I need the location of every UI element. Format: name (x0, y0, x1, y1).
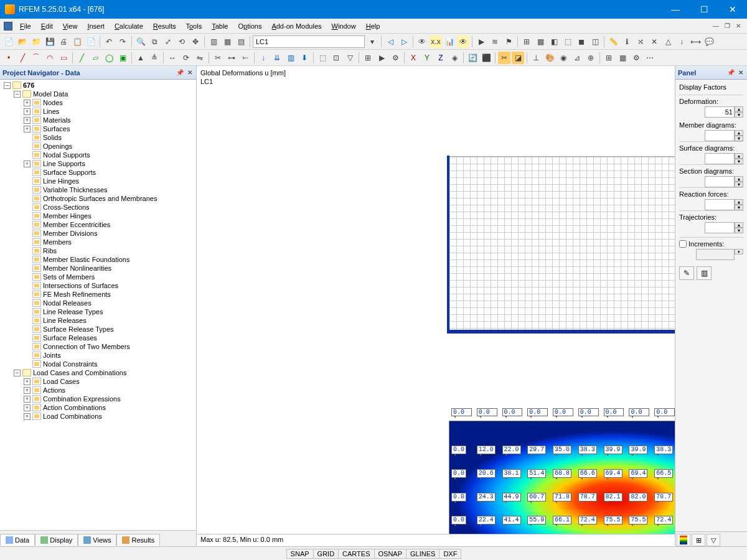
opening-icon[interactable]: ◯ (103, 52, 115, 64)
tab-views[interactable]: Views (78, 534, 116, 546)
line-support-icon[interactable]: ≜ (148, 52, 161, 64)
select-icon[interactable]: ⬚ (316, 52, 329, 64)
tree-item[interactable]: Openings (24, 142, 196, 151)
workplane-icon[interactable]: ⬛ (480, 52, 492, 64)
node-icon[interactable]: • (2, 52, 15, 64)
line-load-icon[interactable]: ⇊ (271, 52, 283, 64)
flag-icon[interactable]: ⚑ (502, 35, 515, 48)
tree-item[interactable]: Member Hinges (24, 212, 196, 220)
tree-item[interactable]: Variable Thicknesses (24, 185, 196, 194)
zoom-all-icon[interactable]: ⤢ (162, 35, 174, 48)
line-icon[interactable]: ╱ (16, 52, 29, 64)
cs-icon[interactable]: ⊞ (603, 52, 615, 64)
surface-icon[interactable]: ▱ (89, 52, 101, 64)
nodal-support-icon[interactable]: ▲ (134, 52, 147, 64)
support-icon[interactable]: △ (662, 35, 674, 48)
menu-tools[interactable]: Tools (181, 21, 207, 32)
solid-icon[interactable]: ◼ (575, 35, 588, 48)
measure-icon[interactable]: 📏 (607, 35, 619, 48)
tree-item[interactable]: Line Hinges (24, 177, 196, 185)
tree-item[interactable]: Member Elastic Foundations (24, 255, 196, 264)
result-eye-icon[interactable]: 👁 (457, 35, 469, 48)
save-icon[interactable]: 💾 (44, 35, 56, 48)
viewport-canvas[interactable]: Global Deformations u [mm] LC1 0.00.00.0… (197, 66, 675, 534)
menu-window[interactable]: Window (327, 21, 361, 32)
snap-icon[interactable]: ⊕ (585, 52, 597, 64)
connect-icon[interactable]: ⊶ (225, 52, 238, 64)
view-rotate-icon[interactable]: 🔄 (466, 52, 479, 64)
polyline-icon[interactable]: ⌒ (30, 52, 42, 64)
view-iso-icon[interactable]: ◈ (448, 52, 461, 64)
menu-options[interactable]: Options (233, 21, 266, 32)
pan-icon[interactable]: ✥ (189, 35, 202, 48)
panel-tab-colorscale[interactable] (677, 534, 690, 546)
tree-item[interactable]: Nodal Releases (24, 299, 196, 307)
tree-item[interactable]: Member Divisions (24, 229, 196, 238)
spin-down-icon[interactable]: ▼ (735, 112, 743, 118)
tree-item[interactable]: Surface Release Types (24, 325, 196, 334)
panel-tab-factors[interactable]: ⊞ (692, 534, 705, 546)
apply-icon[interactable]: ▥ (697, 266, 712, 280)
calc-mesh-icon[interactable]: ⊞ (362, 52, 374, 64)
tab-display[interactable]: Display (35, 534, 78, 546)
statusbar-grid[interactable]: GRID (313, 549, 339, 559)
tree-model-data[interactable]: –Model Data (14, 90, 196, 98)
view-z-icon[interactable]: Z (435, 52, 447, 64)
incr-dropdown-icon[interactable]: ▾ (735, 249, 743, 254)
open-file-icon[interactable]: 📂 (16, 35, 29, 48)
menu-file[interactable]: File (15, 21, 36, 32)
units-icon[interactable]: ⊥ (530, 52, 542, 64)
next-lc-icon[interactable]: ▷ (398, 35, 410, 48)
mdi-minimize-icon[interactable]: — (711, 22, 721, 29)
statusbar-glines[interactable]: GLINES (406, 549, 439, 559)
tree-item[interactable]: FE Mesh Refinements (24, 290, 196, 299)
open-project-icon[interactable]: 📁 (30, 35, 42, 48)
print-icon[interactable]: 🖨 (57, 35, 70, 48)
minimize-button[interactable]: — (661, 0, 690, 19)
tree-item[interactable]: +Load Cases (24, 377, 196, 386)
pin-icon[interactable]: 📌 (175, 69, 185, 76)
material-icon[interactable]: ▦ (616, 52, 629, 64)
maximize-button[interactable]: ☐ (690, 0, 718, 19)
tree-item[interactable]: +Materials (24, 116, 196, 124)
tree-item[interactable]: Connection of Two Members (24, 342, 196, 351)
menu-calculate[interactable]: Calculate (110, 21, 148, 32)
tree-item[interactable]: +Load Combinations (24, 412, 196, 421)
display-props-icon[interactable]: ◉ (557, 52, 570, 64)
clip-icon[interactable]: ◪ (512, 52, 524, 64)
menu-edit[interactable]: Edit (36, 21, 58, 32)
local-axes-icon[interactable]: ✕ (648, 35, 660, 48)
mirror-icon[interactable]: ⇋ (194, 52, 206, 64)
colors-icon[interactable]: 🎨 (543, 52, 556, 64)
isolines-icon[interactable]: ≋ (489, 35, 501, 48)
statusbar-cartes[interactable]: CARTES (338, 549, 374, 559)
statusbar-dxf[interactable]: DXF (439, 549, 461, 559)
prev-lc-icon[interactable]: ◁ (384, 35, 397, 48)
mdi-close-icon[interactable]: ✕ (733, 22, 743, 29)
close-button[interactable]: ✕ (718, 0, 747, 19)
copy-icon[interactable]: 📋 (71, 35, 83, 48)
table-icon[interactable]: ▦ (221, 35, 233, 48)
rotate-icon[interactable]: ⟳ (180, 52, 192, 64)
calc-all-icon[interactable]: ▶ (375, 52, 388, 64)
comment-icon[interactable]: 💬 (703, 35, 715, 48)
member-icon[interactable]: ╱ (75, 52, 88, 64)
area-load-icon[interactable]: ▥ (284, 52, 297, 64)
result-diagram-icon[interactable]: 📊 (443, 35, 456, 48)
navigator-icon[interactable]: ▥ (207, 35, 220, 48)
tree-item[interactable]: Nodal Supports (24, 151, 196, 159)
gear-icon[interactable]: ⚙ (630, 52, 642, 64)
tab-data[interactable]: Data (0, 534, 35, 546)
animate-icon[interactable]: ▶ (475, 35, 487, 48)
panel-pin-icon[interactable]: 📌 (726, 69, 736, 76)
spin-up-icon[interactable]: ▲ (735, 106, 743, 112)
arc-icon[interactable]: ◠ (44, 52, 56, 64)
section-icon[interactable]: ✂ (498, 52, 510, 64)
tree-item[interactable]: Orthotropic Surfaces and Membranes (24, 194, 196, 203)
tab-results[interactable]: Results (116, 534, 160, 546)
transparent-icon[interactable]: ◫ (589, 35, 601, 48)
menu-addon[interactable]: Add-on Modules (266, 21, 326, 32)
factor-input[interactable] (705, 130, 735, 141)
tree-item[interactable]: Intersections of Surfaces (24, 281, 196, 290)
view-x-icon[interactable]: X (407, 52, 420, 64)
